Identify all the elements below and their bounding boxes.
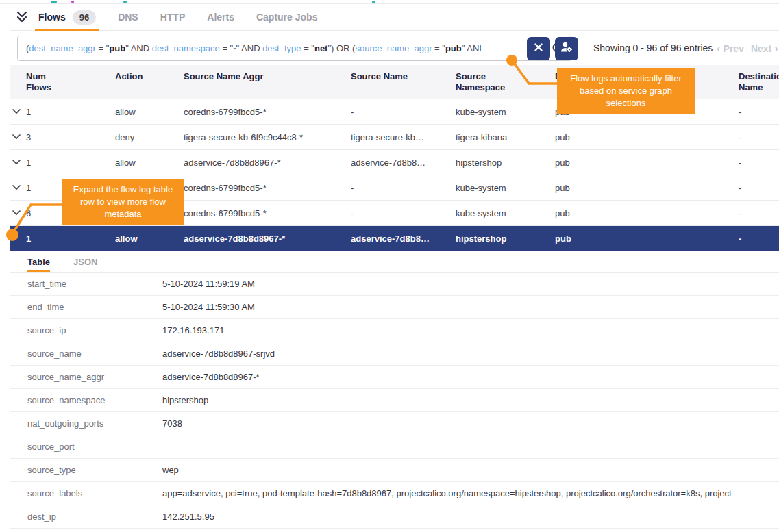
detail-field-value: app=adservice, pci=true, pod-template-ha… <box>162 488 779 498</box>
user-settings-button[interactable] <box>555 37 578 60</box>
filter-query-text: (dest_name_aggr = "pub" AND dest_namespa… <box>26 43 482 53</box>
flow-row[interactable]: 3denytigera-secure-kb-6f9c9c44c8-*tigera… <box>10 125 779 150</box>
flow-row[interactable]: 1allowadservice-7d8b8d8967-*adservice-7d… <box>10 150 779 175</box>
flows-count-badge: 96 <box>73 10 96 25</box>
flow-cell-source_namespace: tigera-kibana <box>456 132 555 142</box>
query-segment: pub <box>445 43 462 53</box>
detail-field-value: 5-10-2024 11:59:19 AM <box>162 279 779 289</box>
header-cell-expand <box>10 65 26 71</box>
header-cell: Source Name Aggr <box>184 65 351 82</box>
detail-field-row: source_nameadservice-7d8b8d8967-srjvd <box>10 342 779 366</box>
detail-tab-json[interactable]: JSON <box>73 251 97 272</box>
tab-label: DNS <box>118 12 138 23</box>
query-segment: = " <box>301 43 314 53</box>
header-cell: Action <box>115 65 184 82</box>
row-expand-chevron-icon[interactable] <box>10 160 26 165</box>
flow-cell-source_name_aggr: tigera-secure-kb-6f9c9c44c8-* <box>184 132 351 142</box>
flow-cell-action: allow <box>115 157 184 168</box>
flow-row[interactable]: 1allowadservice-7d8b8d8967-*adservice-7d… <box>10 226 779 251</box>
collapse-double-chevron-icon[interactable] <box>15 10 29 24</box>
detail-field-row: dest_ip142.251.5.95 <box>10 505 779 529</box>
log-type-tabbar: Flows96DNSHTTPAlertsCapture Jobs <box>10 4 779 31</box>
flow-cell-action: allow <box>115 107 184 117</box>
clipped-glyph <box>71 1 74 3</box>
flow-logs-panel: Flows96DNSHTTPAlertsCapture Jobs (dest_n… <box>0 0 779 532</box>
row-expand-chevron-icon[interactable] <box>10 109 26 114</box>
header-cell: Num Flows <box>26 65 59 93</box>
flow-cell-destination_name: - <box>739 208 779 218</box>
row-expand-chevron-icon[interactable] <box>10 185 26 190</box>
header-cell: Source Name <box>351 65 456 82</box>
flow-cell-source_name: adservice-7d8b8… <box>351 157 456 168</box>
flow-cell-action: deny <box>115 132 184 142</box>
flow-cell-source_namespace: kube-system <box>456 208 555 218</box>
tab-dns[interactable]: DNS <box>118 4 138 30</box>
detail-field-row: nat_outgoing_ports7038 <box>10 412 779 435</box>
row-expand-chevron-icon[interactable] <box>10 236 26 242</box>
clipped-glyph <box>51 1 57 3</box>
detail-field-key: source_name <box>10 349 162 359</box>
detail-fields-table: start_time5-10-2024 11:59:19 AMend_time5… <box>10 272 779 529</box>
query-segment: ") OR ( <box>327 43 355 53</box>
row-expand-chevron-icon[interactable] <box>10 134 26 140</box>
query-segment: dest_type <box>262 43 301 53</box>
query-segment: " AND <box>125 43 152 53</box>
query-segment: dest_namespace <box>152 43 220 53</box>
detail-field-key: source_labels <box>10 488 162 498</box>
detail-field-row: end_time5-10-2024 11:59:30 AM <box>10 296 779 319</box>
tab-http[interactable]: HTTP <box>160 4 186 30</box>
detail-field-key: dest_ip <box>10 511 162 522</box>
flow-cell-source_namespace: kube-system <box>456 183 555 193</box>
detail-field-key: start_time <box>10 279 162 289</box>
header-cell: Destination Name <box>739 65 779 93</box>
flow-cell-dest_name_aggr: pub <box>555 157 739 168</box>
detail-field-key: end_time <box>10 302 162 312</box>
tab-capture-jobs[interactable]: Capture Jobs <box>256 4 317 30</box>
clipped-glyph <box>372 1 375 3</box>
flow-cell-source_name_aggr: adservice-7d8b8d8967-* <box>184 233 351 244</box>
detail-field-value: 142.251.5.95 <box>162 511 779 522</box>
tab-label: HTTP <box>160 12 186 23</box>
flow-cell-dest_name_aggr: pub <box>555 233 739 244</box>
flow-cell-dest_name_aggr: pub <box>555 183 739 193</box>
flow-cell-source_name_aggr: coredns-6799fbcd5-* <box>184 208 351 218</box>
row-expand-chevron-icon[interactable] <box>10 210 26 216</box>
flow-cell-source_namespace: kube-system <box>456 107 555 117</box>
detail-field-value: wep <box>162 465 779 475</box>
flow-cell-source_namespace: hipstershop <box>456 233 555 244</box>
clear-filter-button[interactable] <box>527 37 550 60</box>
flow-cell-action: allow <box>115 233 184 244</box>
top-tabs: Flows96DNSHTTPAlertsCapture Jobs <box>38 4 339 30</box>
next-button[interactable]: Next › <box>751 36 778 61</box>
detail-field-key: source_port <box>10 442 162 452</box>
flow-cell-destination_name: - <box>739 107 779 117</box>
pager: ‹ Prev Next › <box>717 36 778 61</box>
flow-cell-source_namespace: hipstershop <box>456 157 555 168</box>
close-icon <box>534 42 543 55</box>
query-segment: pub <box>109 43 125 53</box>
detail-tab-table[interactable]: Table <box>27 251 50 272</box>
flow-cell-source_name: - <box>351 208 456 218</box>
flow-cell-num_flows: 1 <box>26 233 115 244</box>
detail-field-key: source_type <box>10 465 162 475</box>
flow-table-body: 1allowcoredns-6799fbcd5-*-kube-systempub… <box>10 99 779 251</box>
detail-field-row: start_time5-10-2024 11:59:19 AM <box>10 273 779 296</box>
detail-field-value: 5-10-2024 11:59:30 AM <box>162 302 779 312</box>
flow-cell-num_flows: 1 <box>26 107 115 117</box>
tab-flows[interactable]: Flows96 <box>38 4 96 30</box>
prev-chevron-icon: ‹ <box>717 42 721 55</box>
flow-cell-num_flows: 1 <box>26 157 115 168</box>
tab-label: Alerts <box>207 12 234 23</box>
person-gear-icon <box>560 40 573 57</box>
prev-button[interactable]: ‹ Prev <box>717 36 744 61</box>
query-segment: dest_name_aggr <box>29 43 96 53</box>
filter-query-input[interactable]: (dest_name_aggr = "pub" AND dest_namespa… <box>17 36 572 61</box>
query-segment: source_name_aggr <box>355 43 432 53</box>
flow-cell-source_name: - <box>351 183 456 193</box>
query-segment: net <box>314 43 328 53</box>
flow-cell-source_name_aggr: adservice-7d8b8d8967-* <box>184 157 351 168</box>
header-cell: Source Namespace <box>456 65 517 93</box>
tab-alerts[interactable]: Alerts <box>207 4 234 30</box>
detail-field-key: source_namespace <box>10 395 162 405</box>
detail-field-value: hipstershop <box>162 395 779 405</box>
